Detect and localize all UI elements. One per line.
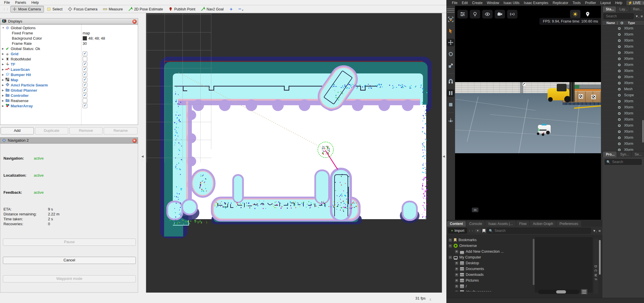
isaac-menu-item[interactable]: Layout xyxy=(598,1,613,5)
grid-checkbox[interactable]: ✓ xyxy=(83,51,87,56)
display-row-amcl-particle-swarm[interactable]: ▶ Amcl Particle Swarm ✓ xyxy=(0,82,138,88)
expander-icon[interactable]: ▶ xyxy=(2,89,5,92)
expander-icon[interactable]: ▶ xyxy=(2,63,5,66)
isaac-menu-item[interactable]: Profiler xyxy=(583,1,598,5)
content-tree-item[interactable]: + Pictures xyxy=(446,278,532,283)
stage-row[interactable]: Xform xyxy=(602,44,644,50)
options-icon[interactable]: ≡ xyxy=(641,14,643,19)
isaac-menu-item[interactable]: Help xyxy=(613,1,624,5)
isaac-menu-item[interactable]: Tools xyxy=(571,1,583,5)
eye-icon[interactable] xyxy=(617,106,621,109)
eye-icon[interactable] xyxy=(617,64,621,66)
focus-camera-tool[interactable]: Focus Camera xyxy=(66,6,100,12)
display-row-laserscan[interactable]: ▶ LaserScan ✓ xyxy=(0,67,138,72)
options-icon[interactable]: ≡ xyxy=(598,229,601,233)
tree-scrollbar[interactable] xyxy=(533,239,534,285)
content-tree-item[interactable]: + Documents xyxy=(446,266,532,272)
import-button[interactable]: + Import xyxy=(448,228,467,234)
expander-icon[interactable]: ▶ xyxy=(2,68,5,71)
display-row-realsense[interactable]: ▶ Realsense xyxy=(0,98,138,103)
stage-row[interactable]: Scope xyxy=(602,92,644,98)
content-tab[interactable]: Action Graph xyxy=(530,221,556,227)
slider-thumb[interactable] xyxy=(556,290,566,293)
resize-grip-icon[interactable]: ⠿ xyxy=(429,298,432,301)
stage-tab[interactable]: Ren... xyxy=(630,6,644,12)
eye-icon[interactable] xyxy=(617,45,621,48)
stage-row[interactable]: Xform xyxy=(602,123,644,129)
stage-row[interactable]: Mesh xyxy=(602,86,644,92)
sun-light-button[interactable] xyxy=(570,10,580,19)
bumper-hit-checkbox[interactable]: ✓ xyxy=(83,72,87,77)
display-row-background-color[interactable]: Background Color 48; 48; 48 xyxy=(0,36,138,41)
live-sync-button[interactable]: ⚡ LIVE ∨ xyxy=(626,1,644,5)
content-tab[interactable]: Console xyxy=(466,221,485,227)
eye-icon[interactable] xyxy=(617,76,621,78)
stop-button[interactable] xyxy=(447,101,454,108)
display-row-global-options[interactable]: ▼ ⚙ Global Options xyxy=(0,25,138,30)
expander-icon[interactable]: ▶ xyxy=(2,58,5,60)
stage-row[interactable]: Xform xyxy=(602,104,644,110)
render-settings-button[interactable] xyxy=(457,10,468,19)
stage-row[interactable]: Xform xyxy=(602,110,644,117)
content-tree-item[interactable]: + Desktop xyxy=(446,260,532,266)
displays-panel-titlebar[interactable]: Displays ✕ xyxy=(0,18,138,24)
frame-rate-value[interactable]: 30 xyxy=(83,41,87,46)
display-row-tf[interactable]: ▶ TF ✓ xyxy=(0,62,138,67)
isaac-menu-item[interactable]: Create xyxy=(470,1,485,5)
laserscan-checkbox[interactable]: ✓ xyxy=(83,67,87,72)
stage-row[interactable]: Xform xyxy=(602,135,644,141)
expander-icon[interactable]: − xyxy=(449,244,452,247)
expander-icon[interactable]: − xyxy=(449,239,452,242)
rviz-menu-item[interactable]: File xyxy=(2,0,12,5)
isaac-menu-item[interactable]: Isaac Examples xyxy=(522,1,550,5)
isaac-menu-item[interactable]: File xyxy=(450,1,459,5)
stage-row[interactable]: Xform xyxy=(602,62,644,68)
tf-checkbox[interactable]: ✓ xyxy=(83,62,87,66)
display-row-robotmodel[interactable]: ▶ ♜ RobotModel xyxy=(0,56,138,62)
content-tree-item[interactable]: + / xyxy=(446,283,532,289)
content-tab[interactable]: Content xyxy=(447,221,466,227)
content-tree-item[interactable]: + /dev/hugepages xyxy=(446,289,532,291)
property-tab[interactable]: Syn... xyxy=(617,152,631,157)
rotate-tool[interactable] xyxy=(447,50,454,58)
content-tab[interactable]: Isaac Assets (... xyxy=(485,221,516,227)
stage-search-input[interactable] xyxy=(605,14,632,19)
list-view-icon[interactable] xyxy=(581,289,587,294)
content-search[interactable]: 🔍 xyxy=(487,228,591,234)
stage-tab[interactable]: Sta... xyxy=(603,6,616,12)
nav2-panel-titlebar[interactable]: Navigation 2 ✕ xyxy=(0,137,138,143)
eye-icon[interactable] xyxy=(617,51,621,54)
collapse-left-icon[interactable]: ◀ xyxy=(141,155,144,158)
global-planner-checkbox[interactable]: ✓ xyxy=(83,88,87,93)
eye-icon[interactable] xyxy=(617,82,621,84)
content-search-input[interactable] xyxy=(494,228,589,233)
isaac-menu-item[interactable]: Window xyxy=(485,1,501,5)
markerarray-checkbox[interactable]: ✓ xyxy=(83,104,87,108)
stage-row[interactable]: Xform xyxy=(602,38,644,44)
rviz-menu-item[interactable]: Help xyxy=(29,0,41,5)
side-scrollbar[interactable] xyxy=(599,240,601,275)
realsense-checkbox[interactable] xyxy=(83,98,87,103)
eye-icon[interactable] xyxy=(617,33,621,36)
eye-icon[interactable] xyxy=(617,143,621,145)
stage-row[interactable]: Xform xyxy=(602,98,644,104)
toolbar-grip[interactable]: ⋮⋮ xyxy=(3,8,9,11)
back-icon[interactable]: ‹ xyxy=(469,229,470,233)
select-tool[interactable] xyxy=(447,27,454,35)
expander-icon[interactable]: + xyxy=(455,267,458,271)
fixed-frame-value[interactable]: map xyxy=(83,31,90,35)
dock-collapse-handle[interactable]: ··· ◀ ··· xyxy=(140,148,144,164)
waypoint-mode-button[interactable]: Waypoint mode xyxy=(3,275,136,282)
expander-icon[interactable]: + xyxy=(455,291,458,292)
display-row-markerarray[interactable]: ▶ MarkerArray ✓ xyxy=(0,103,138,108)
nav2-close-button[interactable]: ✕ xyxy=(132,138,137,143)
content-tree-item[interactable]: − Omniverse xyxy=(446,243,532,249)
content-tree-item[interactable]: − My Computer xyxy=(446,254,532,260)
filter-icon[interactable]: ▼, xyxy=(635,14,639,18)
display-row-controller[interactable]: ▶ Controller ✓ xyxy=(0,93,138,98)
expander-icon[interactable]: ▶ xyxy=(2,79,5,81)
name-column-header[interactable]: Name xyxy=(606,21,615,25)
rviz-menu-item[interactable]: Panels xyxy=(13,0,28,5)
expander-icon[interactable]: − xyxy=(449,256,452,259)
visibility-button[interactable] xyxy=(482,10,493,19)
